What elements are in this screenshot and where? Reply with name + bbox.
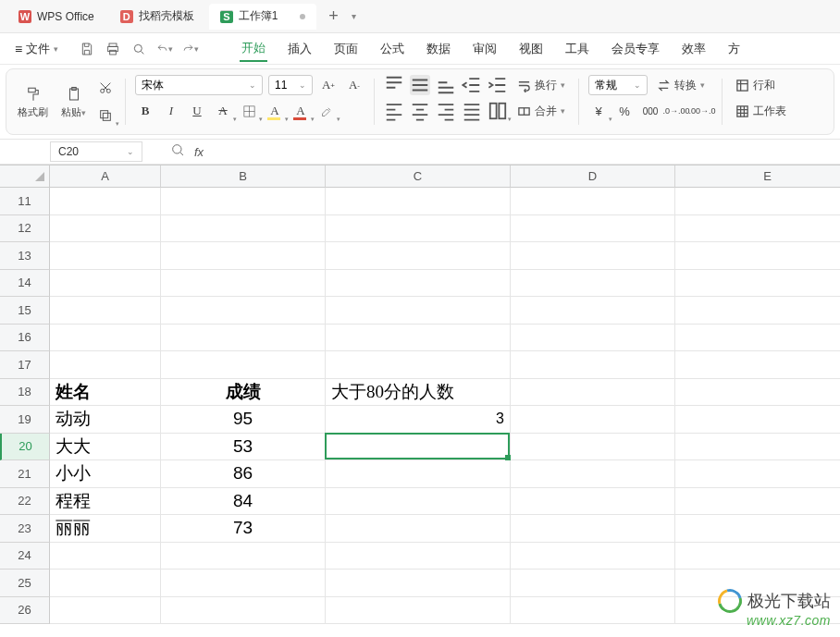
row-header-18[interactable]: 18 [0, 379, 50, 407]
strikethrough-button[interactable]: A [213, 101, 233, 121]
print-preview-button[interactable] [130, 41, 147, 57]
cut-button[interactable] [95, 78, 116, 98]
cell-A26[interactable] [50, 597, 161, 625]
cell-C14[interactable] [326, 270, 511, 298]
number-format-select[interactable]: 常规⌄ [588, 75, 648, 95]
cell-C19[interactable]: 3 [326, 406, 511, 434]
cell-E18[interactable] [675, 379, 840, 407]
font-color-button[interactable]: A [290, 101, 311, 121]
row-header-14[interactable]: 14 [0, 270, 50, 298]
cell-A17[interactable] [50, 351, 161, 379]
cell-B15[interactable] [161, 297, 326, 325]
align-center-button[interactable] [410, 101, 430, 121]
tab-member[interactable]: 会员专享 [610, 37, 661, 61]
tab-view[interactable]: 视图 [517, 37, 545, 61]
cell-B14[interactable] [161, 270, 326, 298]
cell-E11[interactable] [675, 188, 840, 215]
cell-C16[interactable] [326, 325, 511, 352]
increase-font-button[interactable]: A+ [318, 75, 339, 95]
name-box[interactable]: C20 ⌄ [50, 141, 142, 162]
align-bottom-button[interactable] [436, 75, 456, 95]
justify-button[interactable] [462, 101, 482, 121]
cell-D13[interactable] [511, 242, 675, 270]
cell-E16[interactable] [675, 325, 840, 352]
cell-A20[interactable]: 大大 [50, 434, 161, 461]
cell-D12[interactable] [511, 215, 675, 243]
italic-button[interactable]: I [161, 101, 181, 121]
cell-B20[interactable]: 53 [161, 434, 326, 461]
decrease-decimal-button[interactable]: .0→.00 [666, 101, 686, 121]
tab-docer-templates[interactable]: D 找稻壳模板 [109, 4, 205, 30]
cell-B23[interactable]: 73 [161, 515, 326, 543]
cell-D21[interactable] [511, 460, 675, 488]
cell-A22[interactable]: 程程 [50, 488, 161, 516]
cell-C12[interactable] [326, 215, 511, 243]
cell-A16[interactable] [50, 325, 161, 352]
tab-efficiency[interactable]: 效率 [680, 37, 708, 61]
cell-A14[interactable] [50, 270, 161, 298]
increase-indent-button[interactable] [488, 75, 508, 95]
cell-E14[interactable] [675, 270, 840, 298]
cell-D24[interactable] [511, 543, 675, 570]
tab-workbook-1[interactable]: S 工作簿1 [209, 4, 317, 30]
border-button[interactable] [239, 101, 259, 121]
tab-review[interactable]: 审阅 [471, 37, 499, 61]
worksheet-button[interactable]: 工作表 [732, 101, 790, 121]
cell-C24[interactable] [326, 543, 511, 570]
highlight-button[interactable] [316, 101, 337, 121]
cell-A23[interactable]: 丽丽 [50, 515, 161, 543]
cell-C13[interactable] [326, 242, 511, 270]
cell-D11[interactable] [511, 188, 675, 215]
cancel-formula-button[interactable] [170, 142, 185, 161]
tab-menu-chevron-icon[interactable]: ▾ [352, 11, 356, 21]
cell-D19[interactable] [511, 406, 675, 434]
cell-B22[interactable]: 84 [161, 488, 326, 516]
cell-B16[interactable] [161, 325, 326, 352]
percent-button[interactable]: % [614, 101, 635, 121]
align-left-button[interactable] [384, 101, 404, 121]
cell-A15[interactable] [50, 297, 161, 325]
cell-E23[interactable] [675, 515, 840, 543]
cell-D16[interactable] [511, 325, 675, 352]
cell-E17[interactable] [675, 351, 840, 379]
row-header-23[interactable]: 23 [0, 515, 50, 543]
cell-E24[interactable] [675, 543, 840, 570]
cell-A12[interactable] [50, 215, 161, 243]
format-painter-button[interactable]: 格式刷 [14, 75, 52, 129]
cell-B11[interactable] [161, 188, 326, 215]
cell-E22[interactable] [675, 488, 840, 516]
cell-D25[interactable] [511, 570, 675, 597]
cell-C17[interactable] [326, 351, 511, 379]
tab-tools[interactable]: 工具 [563, 37, 591, 61]
undo-button[interactable]: ▾ [156, 41, 173, 57]
tab-insert[interactable]: 插入 [286, 37, 314, 61]
column-header-A[interactable]: A [50, 165, 161, 188]
row-column-button[interactable]: 行和 [732, 75, 790, 95]
row-header-26[interactable]: 26 [0, 597, 50, 625]
cell-B26[interactable] [161, 597, 326, 625]
add-tab-button[interactable]: + [320, 4, 346, 30]
select-all-button[interactable] [0, 165, 50, 188]
tab-wps-office[interactable]: W WPS Office [7, 4, 105, 30]
cell-C23[interactable] [326, 515, 511, 543]
redo-button[interactable]: ▾ [182, 41, 199, 57]
convert-button[interactable]: 转换▾ [653, 75, 709, 95]
cell-B19[interactable]: 95 [161, 406, 326, 434]
tab-data[interactable]: 数据 [425, 37, 452, 61]
column-header-B[interactable]: B [161, 165, 326, 188]
decrease-indent-button[interactable] [462, 75, 482, 95]
cell-C25[interactable] [326, 570, 511, 597]
cell-E21[interactable] [675, 460, 840, 488]
align-top-button[interactable] [384, 75, 404, 95]
currency-button[interactable]: ¥ [588, 101, 609, 121]
cell-C11[interactable] [326, 188, 511, 215]
font-size-select[interactable]: 11⌄ [268, 75, 313, 95]
align-right-button[interactable] [436, 101, 456, 121]
row-header-19[interactable]: 19 [0, 406, 50, 434]
cell-C15[interactable] [326, 297, 511, 325]
cell-D14[interactable] [511, 270, 675, 298]
cell-D26[interactable] [511, 597, 675, 625]
row-header-22[interactable]: 22 [0, 488, 50, 516]
comma-style-button[interactable]: 000 [640, 101, 661, 121]
cell-B18[interactable]: 成绩 [161, 379, 326, 407]
